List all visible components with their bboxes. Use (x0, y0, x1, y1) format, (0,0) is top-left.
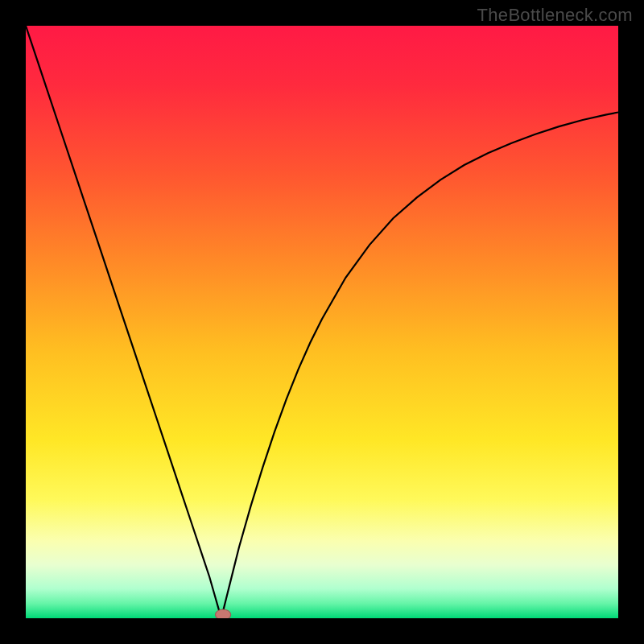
minimum-marker (216, 609, 231, 618)
plot-area (26, 26, 618, 618)
chart-frame: TheBottleneck.com (0, 0, 644, 644)
watermark-text: TheBottleneck.com (477, 5, 633, 26)
bottleneck-curve (26, 26, 618, 618)
